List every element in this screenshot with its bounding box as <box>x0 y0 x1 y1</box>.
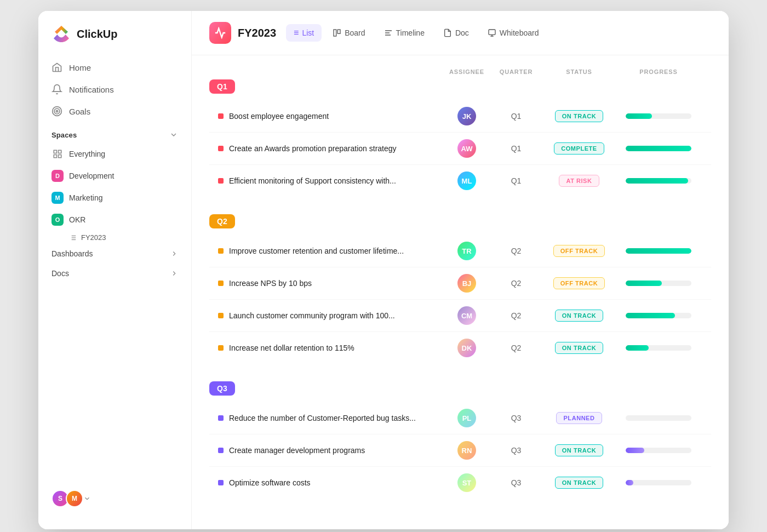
logo: ClickUp <box>38 24 191 57</box>
q2-badge: Q2 <box>209 214 235 228</box>
quarter-header-q1: Q1 <box>209 79 711 94</box>
home-icon <box>51 62 62 73</box>
app-window: ClickUp Home Notifications <box>38 11 729 529</box>
table-row[interactable]: Improve customer retention and customer … <box>209 235 711 267</box>
list-icon-small <box>69 234 77 242</box>
table-row[interactable]: Launch customer community program with 1… <box>209 300 711 332</box>
sidebar-item-development[interactable]: D Development <box>45 165 185 186</box>
progress-cell <box>615 146 702 151</box>
quarter-cell: Q1 <box>489 112 543 121</box>
list-tab-icon: ≡ <box>294 28 299 38</box>
grid-icon <box>51 148 64 160</box>
okr-name: Improve customer retention and customer … <box>218 247 445 255</box>
status-badge: PLANNED <box>556 412 602 424</box>
col-progress: PROGRESS <box>615 68 702 75</box>
sidebar-bottom: S M <box>38 481 191 516</box>
status-badge: ON TRACK <box>555 444 603 456</box>
tab-board[interactable]: Board <box>325 25 373 41</box>
status-badge: AT RISK <box>559 175 599 187</box>
progress-bar <box>626 448 691 453</box>
status-badge: ON TRACK <box>555 310 603 322</box>
progress-fill <box>626 345 649 351</box>
svg-rect-18 <box>489 30 495 35</box>
target-icon <box>51 106 62 117</box>
doc-tab-icon <box>443 28 452 37</box>
svg-point-1 <box>54 108 60 114</box>
quarter-section-q1: Q1 Boost employee engagement JK Q1 <box>209 79 711 197</box>
quarter-section-q3: Q3 Reduce the number of Customer-Reporte… <box>209 381 711 499</box>
quarter-cell: Q2 <box>489 247 543 255</box>
svg-rect-13 <box>334 30 336 36</box>
spaces-section-title: Spaces <box>38 122 191 144</box>
tab-board-label: Board <box>345 28 365 37</box>
user-avatars: S M <box>51 490 80 507</box>
okr-dot <box>218 281 224 286</box>
progress-cell <box>615 281 702 286</box>
q1-badge: Q1 <box>209 79 235 94</box>
okr-name: Create an Awards promotion preparation s… <box>218 144 445 153</box>
progress-bar <box>626 415 691 421</box>
tab-list[interactable]: ≡ List <box>286 24 322 42</box>
table-row[interactable]: Efficient monitoring of Support consiste… <box>209 165 711 197</box>
table-row[interactable]: Boost employee engagement JK Q1 ON TRACK <box>209 100 711 133</box>
sidebar-item-home[interactable]: Home <box>45 57 185 78</box>
status-cell: OFF TRACK <box>543 245 615 257</box>
fy2023-label: FY2023 <box>81 233 106 242</box>
table-row[interactable]: Create an Awards promotion preparation s… <box>209 133 711 165</box>
table-row[interactable]: Increase NPS by 10 bps BJ Q2 OFF TRACK <box>209 267 711 300</box>
assignee-cell: BJ <box>445 274 489 293</box>
table-row[interactable]: Create manager development programs RN Q… <box>209 434 711 467</box>
assignee-cell: DK <box>445 339 489 357</box>
progress-fill <box>626 448 644 453</box>
content-area: ASSIGNEE QUARTER STATUS PROGRESS Q1 Boos… <box>192 55 729 529</box>
progress-bar <box>626 313 691 318</box>
okr-name: Launch customer community program with 1… <box>218 311 445 320</box>
status-badge: ON TRACK <box>555 110 603 122</box>
status-cell: PLANNED <box>543 412 615 424</box>
quarter-cell: Q1 <box>489 144 543 153</box>
sidebar-item-dashboards[interactable]: Dashboards <box>38 244 191 264</box>
avatar: JK <box>457 107 476 125</box>
sidebar-item-marketing[interactable]: M Marketing <box>45 187 185 208</box>
progress-fill <box>626 248 691 254</box>
tab-list-label: List <box>302 28 314 37</box>
status-cell: OFF TRACK <box>543 277 615 289</box>
tab-timeline-label: Timeline <box>396 28 425 37</box>
chevron-right-icon-2 <box>170 270 178 277</box>
okr-name: Boost employee engagement <box>218 112 445 121</box>
svg-rect-3 <box>54 150 56 153</box>
tab-doc[interactable]: Doc <box>436 25 477 41</box>
status-cell: ON TRACK <box>543 110 615 122</box>
status-cell: ON TRACK <box>543 477 615 489</box>
status-cell: ON TRACK <box>543 310 615 322</box>
sidebar-item-okr[interactable]: O OKR <box>45 209 185 230</box>
quarter-cell: Q3 <box>489 478 543 487</box>
tab-timeline[interactable]: Timeline <box>376 25 432 41</box>
progress-fill <box>626 146 691 151</box>
avatar: ML <box>457 171 476 190</box>
home-label: Home <box>69 63 91 72</box>
avatar-user-m[interactable]: M <box>66 490 83 507</box>
sidebar-item-goals[interactable]: Goals <box>45 101 185 122</box>
svg-rect-14 <box>338 30 341 33</box>
sidebar-nav: Home Notifications Goals <box>38 57 191 122</box>
spaces-list: Everything D Development M Marketing O O… <box>38 144 191 244</box>
sidebar-item-everything[interactable]: Everything <box>45 144 185 164</box>
progress-bar <box>626 345 691 351</box>
sidebar-item-fy2023[interactable]: FY2023 <box>45 231 185 244</box>
avatar: TR <box>457 242 476 260</box>
okr-dot <box>218 345 224 351</box>
sidebar-item-notifications[interactable]: Notifications <box>45 79 185 100</box>
table-row[interactable]: Reduce the number of Customer-Reported b… <box>209 402 711 434</box>
okr-name: Create manager development programs <box>218 446 445 455</box>
table-row[interactable]: Optimize software costs ST Q3 ON TRACK <box>209 467 711 499</box>
table-row[interactable]: Increase net dollar retention to 115% DK… <box>209 332 711 364</box>
assignee-cell: CM <box>445 306 489 325</box>
progress-cell <box>615 480 702 485</box>
tab-whiteboard[interactable]: Whiteboard <box>480 25 547 41</box>
progress-cell <box>615 113 702 119</box>
assignee-cell: PL <box>445 409 489 427</box>
sidebar-item-docs[interactable]: Docs <box>38 264 191 283</box>
col-quarter: QUARTER <box>489 68 543 75</box>
status-cell: COMPLETE <box>543 142 615 155</box>
